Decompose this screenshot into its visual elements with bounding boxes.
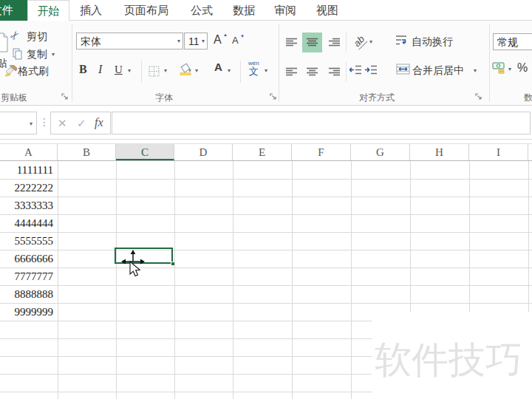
gridline (0, 197, 532, 197)
small-separator (346, 62, 347, 81)
column-header-b[interactable]: B (58, 144, 116, 160)
column-header-e[interactable]: E (233, 144, 292, 160)
shrink-font-button[interactable]: A▼ (232, 35, 239, 46)
column-header-i[interactable]: I (469, 144, 528, 160)
cell-a9[interactable]: 9999999 (0, 303, 53, 321)
merge-center-dropdown-icon[interactable]: ▾ (474, 68, 477, 74)
tab-data[interactable]: 数据 (223, 0, 265, 21)
name-box[interactable]: ▾ (0, 112, 37, 134)
cell-a6[interactable]: 6666666 (0, 250, 53, 267)
increase-indent-icon[interactable] (364, 65, 378, 75)
font-dialog-launcher-icon[interactable] (270, 93, 277, 100)
group-separator (72, 24, 72, 102)
align-middle-button-active[interactable] (302, 33, 322, 52)
copy-dropdown-icon[interactable]: ▾ (52, 52, 55, 58)
group-separator (489, 24, 490, 102)
percent-style-button[interactable]: % (517, 61, 528, 75)
column-header-d[interactable]: D (174, 144, 233, 160)
column-header-g[interactable]: G (351, 144, 410, 160)
align-center-icon (306, 67, 318, 77)
underline-dropdown-icon[interactable]: ▾ (128, 68, 131, 74)
alignment-dialog-launcher-icon[interactable] (475, 93, 482, 100)
phonetic-guide-button[interactable]: wén文 (248, 61, 259, 76)
cell-a4[interactable]: 4444444 (0, 214, 53, 232)
wrap-text-icon (395, 35, 408, 46)
watermark-area: 软件技巧 (372, 312, 532, 399)
gridline (0, 267, 532, 268)
name-box-dropdown-icon[interactable]: ▾ (30, 121, 33, 127)
tab-formulas[interactable]: 公式 (180, 0, 223, 21)
bold-button[interactable]: B (79, 63, 87, 76)
grow-font-button[interactable]: A▲ (214, 33, 222, 47)
wrap-text-button[interactable]: 自动换行 (412, 35, 453, 48)
tab-page-layout[interactable]: 页面布局 (112, 0, 180, 21)
align-right-button[interactable] (324, 62, 344, 81)
cell-a2[interactable]: 2222222 (0, 179, 53, 197)
formula-input[interactable] (112, 112, 531, 134)
underline-button[interactable]: U (115, 64, 123, 76)
clipboard-dialog-launcher-icon[interactable] (61, 93, 69, 100)
font-name-value: 宋体 (81, 35, 101, 48)
phonetic-dropdown-icon[interactable]: ▾ (265, 68, 267, 74)
font-name-combo[interactable]: 宋体 ▾ (76, 33, 183, 50)
copy-icon (13, 48, 23, 60)
borders-icon[interactable] (149, 66, 160, 77)
borders-dropdown-icon[interactable]: ▾ (164, 68, 167, 74)
cut-icon: ✂ (7, 27, 23, 43)
tab-insert[interactable]: 插入 (69, 0, 112, 21)
small-separator (240, 61, 241, 83)
decrease-indent-icon[interactable] (349, 65, 362, 75)
column-header-c-selected[interactable]: C (116, 144, 174, 160)
ribbon: 粘贴 ✂ 剪切 复制 ▾ 格式刷 剪贴板 宋体 ▾ 11 ▾ A▲ A▼ B I… (0, 21, 532, 106)
cell-a7[interactable]: 7777777 (0, 267, 53, 285)
cell-a3[interactable]: 3333333 (0, 197, 53, 214)
font-size-combo[interactable]: 11 ▾ (184, 33, 208, 50)
formula-bar-dots-icon[interactable]: ⋮ (39, 116, 50, 128)
format-painter-button[interactable]: 格式刷 (18, 65, 49, 78)
column-header-a[interactable]: A (0, 144, 58, 160)
align-center-button[interactable] (302, 62, 322, 81)
column-header-f[interactable]: F (292, 144, 351, 160)
align-bottom-icon (328, 38, 341, 47)
tab-view[interactable]: 视图 (306, 0, 349, 21)
merge-center-button[interactable]: 合并后居中 (412, 64, 464, 77)
font-name-dropdown-icon[interactable]: ▾ (177, 38, 180, 44)
cancel-icon[interactable]: ✕ (58, 117, 67, 129)
fill-handle[interactable] (171, 262, 174, 265)
align-top-icon (285, 38, 298, 47)
column-header-h[interactable]: H (410, 144, 469, 160)
align-bottom-button[interactable] (324, 33, 344, 52)
insert-function-icon[interactable]: fx (95, 116, 103, 129)
cell-a5[interactable]: 5555555 (0, 232, 53, 250)
font-color-button[interactable]: A (214, 62, 222, 72)
number-format-combo[interactable]: 常规 (493, 33, 532, 50)
cut-button[interactable]: 剪切 (27, 30, 47, 43)
align-top-button[interactable] (282, 33, 301, 52)
tab-review[interactable]: 审阅 (265, 0, 306, 21)
column-header-partial[interactable] (528, 144, 532, 160)
ribbon-tab-bar: 文件 开始 插入 页面布局 公式 数据 审阅 视图 (0, 0, 532, 21)
enter-icon[interactable]: ✓ (77, 117, 86, 129)
orientation-dropdown-icon[interactable]: ▾ (369, 39, 372, 45)
fill-color-icon[interactable] (180, 63, 193, 75)
merge-center-icon (396, 64, 410, 75)
align-left-button[interactable] (282, 62, 301, 81)
cell-a8[interactable]: 8888888 (0, 285, 53, 303)
currency-dropdown-icon[interactable]: ▾ (508, 66, 511, 72)
font-size-dropdown-icon[interactable]: ▾ (202, 38, 205, 44)
currency-icon[interactable] (492, 61, 507, 74)
fill-color-dropdown-icon[interactable]: ▾ (195, 68, 198, 74)
file-tab[interactable]: 文件 (0, 0, 27, 21)
italic-button[interactable]: I (98, 63, 102, 76)
paste-icon[interactable] (0, 33, 8, 52)
tab-home[interactable]: 开始 (27, 0, 69, 21)
font-color-dropdown-icon[interactable]: ▾ (228, 68, 231, 74)
cell-a1[interactable]: 1111111 (0, 161, 53, 179)
orientation-button[interactable]: ab (351, 33, 368, 50)
gridline (0, 303, 532, 304)
gridline (0, 232, 532, 233)
clipboard-group-label: 剪贴板 (1, 92, 27, 104)
copy-button[interactable]: 复制 (27, 48, 47, 61)
formula-button-group: ✕ ✓ fx (50, 112, 111, 134)
align-middle-icon (306, 38, 318, 47)
